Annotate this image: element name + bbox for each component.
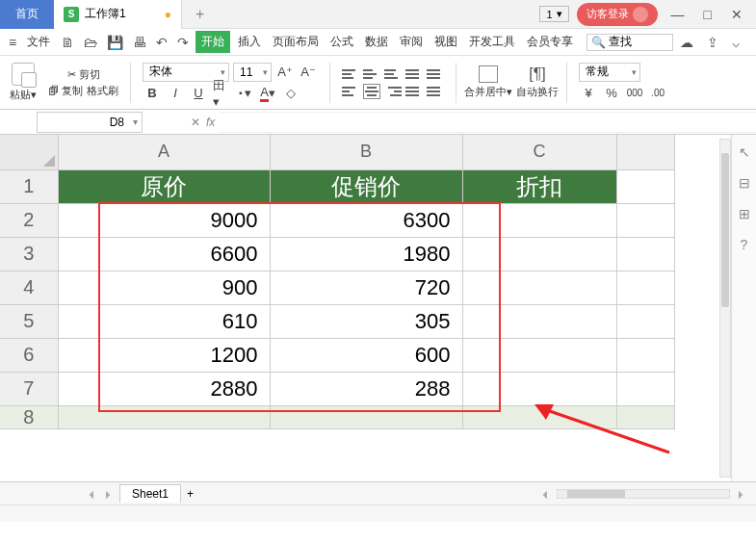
cell-a3[interactable]: 6600	[58, 237, 270, 271]
align-left-icon[interactable]	[342, 84, 359, 99]
menu-vip[interactable]: 会员专享	[523, 34, 577, 50]
col-header-next[interactable]	[616, 135, 674, 169]
menu-layout[interactable]: 页面布局	[269, 34, 323, 50]
menu-data[interactable]: 数据	[361, 34, 392, 50]
align-center-icon[interactable]	[363, 84, 380, 99]
percent-button[interactable]: %	[602, 84, 621, 103]
cell-a7[interactable]: 2880	[58, 372, 270, 405]
hscroll-thumb[interactable]	[567, 490, 625, 498]
cell-b8[interactable]	[270, 405, 462, 428]
col-header-b[interactable]: B	[270, 135, 462, 169]
collapse-ribbon-icon[interactable]: ⌵	[729, 35, 743, 50]
indent-dec-icon[interactable]	[405, 66, 423, 82]
align-right-icon[interactable]	[384, 84, 402, 99]
cell-a2[interactable]: 9000	[58, 203, 270, 237]
cell-a8[interactable]	[58, 405, 270, 428]
cell-b1[interactable]: 促销价	[270, 169, 462, 203]
clear-format-button[interactable]: ◇	[281, 84, 300, 103]
row-header[interactable]: 1	[0, 169, 58, 203]
thousand-sep-button[interactable]: 000	[625, 84, 644, 103]
align-bottom-icon[interactable]	[384, 66, 402, 82]
slider-tool-icon[interactable]: ⊟	[739, 175, 750, 191]
menu-devtools[interactable]: 开发工具	[465, 34, 519, 50]
scroll-thumb[interactable]	[721, 153, 729, 307]
bold-button[interactable]: B	[143, 84, 162, 103]
cell-a1[interactable]: 原价	[58, 169, 270, 203]
cell-c4[interactable]	[462, 271, 616, 304]
dec-font-icon[interactable]: A⁻	[299, 63, 318, 82]
cell-c6[interactable]	[462, 338, 616, 372]
minimize-button[interactable]: —	[665, 7, 691, 22]
cell-b7[interactable]: 288	[270, 372, 462, 405]
menu-start[interactable]: 开始	[196, 31, 230, 53]
new-icon[interactable]: 🗎	[58, 35, 77, 50]
fx-icon[interactable]: fx	[206, 116, 215, 129]
cell-a4[interactable]: 900	[58, 271, 270, 304]
tab-add[interactable]: +	[182, 6, 218, 23]
col-header-a[interactable]: A	[58, 135, 270, 169]
row-header[interactable]: 2	[0, 203, 58, 237]
menu-insert[interactable]: 插入	[234, 34, 265, 50]
align-top-icon[interactable]	[342, 66, 359, 82]
cell-a6[interactable]: 1200	[58, 338, 270, 372]
formula-input[interactable]	[221, 112, 756, 133]
menu-icon[interactable]: ≡	[6, 35, 19, 50]
select-all-corner[interactable]	[0, 135, 58, 169]
print-icon[interactable]: 🖶	[130, 35, 149, 50]
row-header[interactable]: 4	[0, 271, 58, 304]
font-color-button[interactable]: A▾	[258, 84, 277, 103]
horizontal-scrollbar[interactable]	[557, 489, 730, 499]
merge-center-button[interactable]: 合并居中▾	[464, 65, 512, 99]
italic-button[interactable]: I	[166, 84, 185, 103]
border-button[interactable]: 田▾	[212, 84, 231, 103]
row-header[interactable]: 3	[0, 237, 58, 271]
row-header[interactable]: 8	[0, 405, 58, 428]
cell-b4[interactable]: 720	[270, 271, 462, 304]
cell[interactable]	[616, 169, 674, 203]
align-middle-icon[interactable]	[363, 66, 380, 82]
file-menu[interactable]: 文件	[23, 34, 54, 50]
cut-button[interactable]: ✂ 剪切	[67, 67, 100, 82]
spreadsheet[interactable]: A B C 1 原价 促销价 折扣 290006300 366001980 49…	[0, 135, 675, 429]
hscroll-next[interactable]: ⏵	[736, 488, 746, 500]
cell-c7[interactable]	[462, 372, 616, 405]
guest-login-button[interactable]: 访客登录	[577, 3, 658, 26]
row-header[interactable]: 7	[0, 372, 58, 405]
currency-button[interactable]: ¥	[579, 84, 598, 103]
decimal-button[interactable]: .00	[648, 84, 667, 103]
read-mode-indicator[interactable]: 1 ▾	[539, 6, 568, 22]
format-painter-button[interactable]: 格式刷	[87, 84, 118, 98]
tab-document[interactable]: S 工作簿1 ●	[54, 0, 182, 29]
number-format-select[interactable]: 常规	[579, 63, 640, 82]
undo-icon[interactable]: ↶	[153, 35, 170, 50]
menu-view[interactable]: 视图	[430, 34, 461, 50]
property-tool-icon[interactable]: ⊞	[739, 206, 750, 221]
sheet-nav-prev[interactable]: ⏴	[87, 488, 97, 500]
help-tool-icon[interactable]: ?	[741, 237, 748, 252]
cell-c2[interactable]	[462, 203, 616, 237]
cancel-fx-icon[interactable]: ✕	[191, 116, 200, 129]
wrap-text-button[interactable]: [¶] 自动换行	[516, 65, 559, 99]
underline-button[interactable]: U	[189, 84, 208, 103]
search-box[interactable]: 🔍 查找	[587, 34, 673, 51]
distribute-icon[interactable]	[427, 84, 444, 99]
paste-icon[interactable]	[12, 63, 35, 86]
sheet-nav-next[interactable]: ⏵	[103, 488, 114, 500]
redo-icon[interactable]: ↷	[174, 35, 192, 50]
row-header[interactable]: 6	[0, 338, 58, 372]
sheet-tab-1[interactable]: Sheet1	[119, 484, 181, 503]
font-name-select[interactable]: 宋体	[143, 63, 229, 82]
save-icon[interactable]: 💾	[104, 35, 126, 50]
cell-b6[interactable]: 600	[270, 338, 462, 372]
cell-b5[interactable]: 305	[270, 304, 462, 338]
fill-color-button[interactable]: 🞍▾	[235, 84, 254, 103]
hscroll-prev[interactable]: ⏴	[540, 488, 551, 500]
cell-c5[interactable]	[462, 304, 616, 338]
open-icon[interactable]: 🗁	[81, 35, 100, 50]
cell-c3[interactable]	[462, 237, 616, 271]
menu-review[interactable]: 审阅	[396, 34, 427, 50]
font-size-select[interactable]: 11	[233, 63, 272, 82]
maximize-button[interactable]: □	[698, 7, 717, 22]
cell-b3[interactable]: 1980	[270, 237, 462, 271]
cell-c8[interactable]	[462, 405, 616, 428]
